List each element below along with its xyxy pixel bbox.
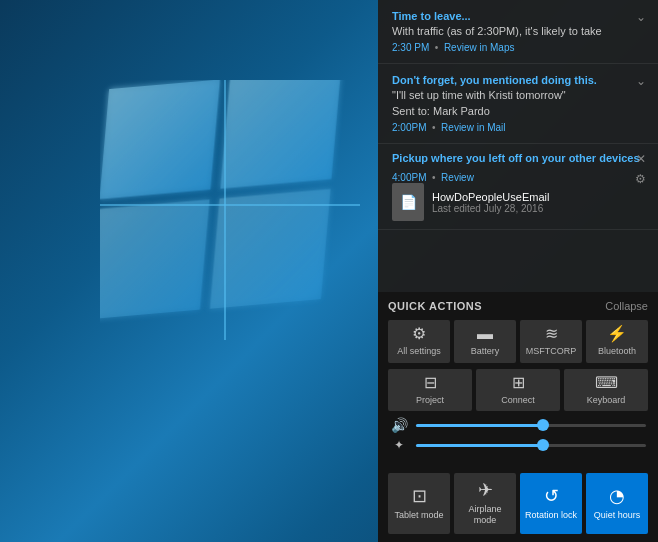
notif-2-sent: Sent to: Mark Pardo <box>392 104 644 119</box>
all-settings-button[interactable]: ⚙ All settings <box>388 320 450 363</box>
gear-icon[interactable]: ⚙ <box>635 172 646 186</box>
bluetooth-label: Bluetooth <box>598 346 636 357</box>
close-icon[interactable]: ✕ <box>636 152 646 166</box>
brightness-icon: ✦ <box>390 438 408 452</box>
rotation-lock-button[interactable]: ↺ Rotation lock <box>520 473 582 534</box>
qa-row-2: ⊟ Project ⊞ Connect ⌨ Keyboard <box>388 369 648 412</box>
notif-1-meta: 2:30 PM • Review in Maps <box>392 42 644 53</box>
project-button[interactable]: ⊟ Project <box>388 369 472 412</box>
notification-time-to-leave: Time to leave... With traffic (as of 2:3… <box>378 0 658 64</box>
keyboard-label: Keyboard <box>587 395 626 406</box>
notif-3-action[interactable]: Review <box>441 172 474 183</box>
bottom-toggles: ⊡ Tablet mode ✈ Airplane mode ↺ Rotation… <box>378 467 658 542</box>
notification-pickup: Pickup where you left off on your other … <box>378 144 658 230</box>
doc-subtitle: Last edited July 28, 2016 <box>432 203 549 214</box>
document-icon: 📄 <box>392 183 424 221</box>
quiet-hours-button[interactable]: ◔ Quiet hours <box>586 473 648 534</box>
volume-fill <box>416 424 543 427</box>
wifi-icon: ≋ <box>545 326 558 342</box>
notif-2-meta: 2:00PM • Review in Mail <box>392 122 644 133</box>
quiet-hours-label: Quiet hours <box>594 510 641 521</box>
svg-marker-2 <box>100 200 210 320</box>
volume-icon: 🔊 <box>390 417 408 433</box>
bluetooth-button[interactable]: ⚡ Bluetooth <box>586 320 648 363</box>
airplane-icon: ✈ <box>478 481 493 499</box>
notif-1-body: With traffic (as of 2:30PM), it's likely… <box>392 24 644 39</box>
windows-logo <box>100 80 360 340</box>
notif-2-body: "I'll set up time with Kristi tomorrow" <box>392 88 644 103</box>
svg-marker-3 <box>210 189 330 309</box>
brightness-thumb[interactable] <box>537 439 549 451</box>
chevron-down-icon-2[interactable]: ⌄ <box>636 74 646 88</box>
notif-3-time: 4:00PM <box>392 172 426 183</box>
brightness-slider-row: ✦ <box>388 438 648 452</box>
doc-info: HowDoPeopleUseEmail Last edited July 28,… <box>432 191 549 214</box>
battery-button[interactable]: ▬ Battery <box>454 320 516 363</box>
tablet-mode-label: Tablet mode <box>394 510 443 521</box>
notification-dont-forget: Don't forget, you mentioned doing this. … <box>378 64 658 144</box>
rotation-lock-label: Rotation lock <box>525 510 577 521</box>
chevron-down-icon[interactable]: ⌄ <box>636 10 646 24</box>
notif-1-action[interactable]: Review in Maps <box>444 42 515 53</box>
battery-label: Battery <box>471 346 500 357</box>
svg-marker-0 <box>100 80 220 199</box>
settings-icon: ⚙ <box>412 326 426 342</box>
qa-title: QUICK ACTIONS <box>388 300 482 312</box>
connect-button[interactable]: ⊞ Connect <box>476 369 560 412</box>
quick-actions-section: QUICK ACTIONS Collapse ⚙ All settings ▬ … <box>378 292 658 468</box>
quiet-hours-icon: ◔ <box>609 487 625 505</box>
keyboard-button[interactable]: ⌨ Keyboard <box>564 369 648 412</box>
doc-title: HowDoPeopleUseEmail <box>432 191 549 203</box>
keyboard-icon: ⌨ <box>595 375 618 391</box>
battery-icon: ▬ <box>477 326 493 342</box>
notif-2-action[interactable]: Review in Mail <box>441 122 505 133</box>
msftcorp-label: MSFTCORP <box>526 346 577 357</box>
notif-2-time: 2:00PM <box>392 122 426 133</box>
volume-slider[interactable] <box>416 424 646 427</box>
qa-header: QUICK ACTIONS Collapse <box>388 300 648 312</box>
tablet-icon: ⊡ <box>412 487 427 505</box>
bluetooth-icon: ⚡ <box>607 326 627 342</box>
notif-1-title: Time to leave... <box>392 10 644 22</box>
airplane-mode-button[interactable]: ✈ Airplane mode <box>454 473 516 534</box>
brightness-slider[interactable] <box>416 444 646 447</box>
notif-1-time: 2:30 PM <box>392 42 429 53</box>
notif-3-title: Pickup where you left off on your other … <box>392 152 640 164</box>
action-center-panel: Time to leave... With traffic (as of 2:3… <box>378 0 658 542</box>
qa-row-1: ⚙ All settings ▬ Battery ≋ MSFTCORP ⚡ Bl… <box>388 320 648 363</box>
collapse-button[interactable]: Collapse <box>605 300 648 312</box>
connect-icon: ⊞ <box>512 375 525 391</box>
project-icon: ⊟ <box>424 375 437 391</box>
connect-label: Connect <box>501 395 535 406</box>
volume-thumb[interactable] <box>537 419 549 431</box>
brightness-fill <box>416 444 543 447</box>
project-label: Project <box>416 395 444 406</box>
msftcorp-button[interactable]: ≋ MSFTCORP <box>520 320 582 363</box>
notifications-list: Time to leave... With traffic (as of 2:3… <box>378 0 658 292</box>
notif-2-title: Don't forget, you mentioned doing this. <box>392 74 644 86</box>
all-settings-label: All settings <box>397 346 441 357</box>
pickup-doc-row: 📄 HowDoPeopleUseEmail Last edited July 2… <box>392 183 644 221</box>
rotation-icon: ↺ <box>544 487 559 505</box>
airplane-mode-label: Airplane mode <box>458 504 512 526</box>
svg-marker-1 <box>220 80 340 189</box>
volume-slider-row: 🔊 <box>388 417 648 433</box>
notif-3-time-row: 4:00PM • Review ⚙ <box>392 172 644 183</box>
tablet-mode-button[interactable]: ⊡ Tablet mode <box>388 473 450 534</box>
